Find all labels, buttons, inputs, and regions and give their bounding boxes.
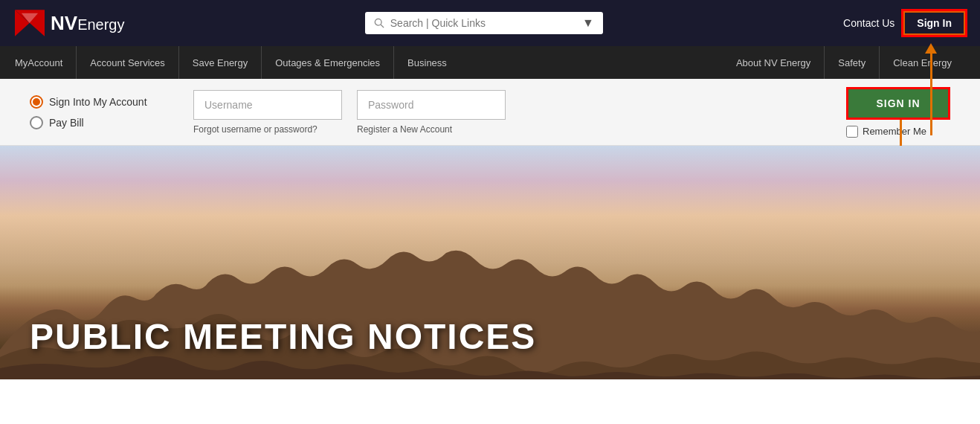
- password-input[interactable]: [357, 90, 506, 120]
- hero-rocks-svg: [0, 245, 980, 379]
- search-bar-container: ▼: [365, 12, 603, 34]
- contact-us-link[interactable]: Contact Us: [843, 17, 894, 29]
- logo-text: NVEnergy: [51, 12, 125, 35]
- top-bar: NVEnergy ▼ Contact Us Sign In: [0, 0, 980, 46]
- arrow-annotation: [925, 43, 937, 135]
- forgot-link[interactable]: Forgot username or password?: [193, 124, 342, 135]
- pay-bill-radio-label: Pay Bill: [49, 117, 84, 129]
- logo-energy: Energy: [77, 16, 124, 33]
- logo-nv: NV: [51, 12, 77, 34]
- sign-in-radio-option[interactable]: Sign Into My Account: [30, 95, 164, 109]
- hero-section: PUBLIC MEETING NOTICES: [0, 146, 980, 379]
- radio-group: Sign Into My Account Pay Bill: [30, 95, 164, 129]
- nav-item-safety[interactable]: Safety: [825, 46, 880, 79]
- svg-line-4: [381, 25, 384, 28]
- nav-bar: MyAccount Account Services Save Energy O…: [0, 46, 980, 79]
- hero-title: PUBLIC MEETING NOTICES: [30, 316, 536, 357]
- login-fields: Forgot username or password? Register a …: [193, 90, 816, 135]
- top-right-area: Contact Us Sign In: [843, 11, 965, 35]
- pay-bill-radio-circle: [30, 116, 43, 129]
- nav-item-save-energy[interactable]: Save Energy: [179, 46, 262, 79]
- arrow-shaft-top: [930, 54, 932, 135]
- search-icon: [374, 18, 384, 28]
- sign-in-radio-label: Sign Into My Account: [49, 96, 147, 108]
- password-field-group: Register a New Account: [357, 90, 506, 135]
- remember-me-area: Remember Me: [846, 126, 926, 138]
- username-input[interactable]: [193, 90, 342, 120]
- svg-point-3: [375, 19, 381, 25]
- remember-me-checkbox[interactable]: [846, 126, 858, 138]
- pay-bill-radio-option[interactable]: Pay Bill: [30, 116, 164, 129]
- search-input[interactable]: [390, 17, 576, 29]
- arrow-head-up: [925, 43, 937, 54]
- register-link[interactable]: Register a New Account: [357, 124, 506, 135]
- logo-area: NVEnergy: [15, 10, 125, 36]
- nav-item-account-services[interactable]: Account Services: [77, 46, 178, 79]
- username-field-group: Forgot username or password?: [193, 90, 342, 135]
- nav-left: MyAccount Account Services Save Energy O…: [15, 46, 460, 79]
- sign-in-top-button[interactable]: Sign In: [903, 11, 965, 35]
- search-dropdown-icon[interactable]: ▼: [582, 16, 594, 30]
- nav-item-my-account[interactable]: MyAccount: [15, 46, 77, 79]
- nav-item-business[interactable]: Business: [394, 46, 460, 79]
- sign-in-radio-circle: [30, 95, 43, 109]
- logo-icon: [15, 10, 45, 36]
- nav-item-about[interactable]: About NV Energy: [736, 46, 825, 79]
- login-section: Sign Into My Account Pay Bill Forgot use…: [0, 79, 980, 146]
- nav-item-outages[interactable]: Outages & Emergencies: [262, 46, 394, 79]
- nav-item-clean-energy[interactable]: Clean Energy: [880, 46, 965, 79]
